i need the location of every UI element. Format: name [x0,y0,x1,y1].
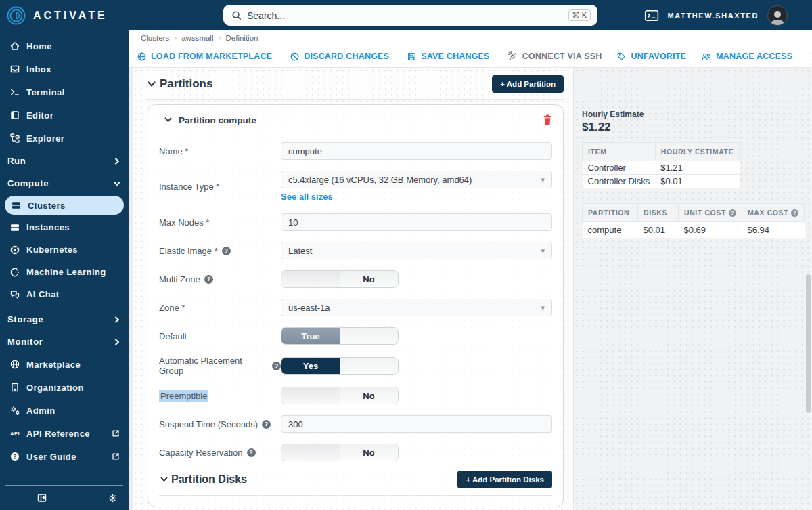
toggle-state: True [281,328,340,344]
add-partition-disks-button[interactable]: + Add Partition Disks [457,471,552,488]
chevron-down-icon[interactable] [160,477,168,482]
max-nodes-input[interactable] [281,213,552,231]
globe-icon [9,359,20,370]
sidebar-group-monitor[interactable]: Monitor [0,331,129,353]
explorer-tree-icon [9,133,20,144]
search-input[interactable] [247,10,568,21]
global-search[interactable]: ⌘ K [223,5,597,26]
field-row-preemptible: Preemptible No [159,387,552,404]
add-partition-button[interactable]: + Add Partition [492,75,564,93]
more-actions-kebab-icon[interactable] [807,50,812,62]
toggle-state: Yes [281,358,340,374]
activate-logo-icon [6,5,26,26]
multi-zone-toggle[interactable]: No [281,270,399,288]
terminal-shortcut-icon[interactable] [644,9,659,22]
user-name[interactable]: MATTHEW.SHAXTED [668,12,759,20]
sidebar-item-user-guide[interactable]: ? User Guide [0,445,129,468]
field-label: Elastic Image * [159,246,281,256]
column-header: MAX COST [742,204,804,222]
sidebar-item-api-reference[interactable]: API API Reference [0,422,129,445]
toggle-state: No [340,271,398,287]
help-icon[interactable] [791,209,798,217]
help-icon[interactable] [272,362,281,370]
chevron-down-icon [114,180,120,187]
breadcrumb: Clusters › awssmall › Definition [129,30,812,45]
save-changes-button[interactable]: SAVE CHANGES [407,51,490,62]
instances-icon [9,222,20,233]
search-shortcut-badge: ⌘ K [568,9,591,21]
chevron-down-icon[interactable] [164,117,172,123]
partition-cost-table: PARTITION DISKS UNIT COST MAX COST compu… [582,203,805,238]
collapse-sidebar-icon[interactable] [37,492,47,503]
building-icon [9,382,20,393]
sidebar-item-home[interactable]: Home [0,35,129,58]
see-all-sizes-link[interactable]: See all sizes [281,192,333,202]
sidebar-group-storage[interactable]: Storage [0,308,129,331]
hourly-estimate-label: Hourly Estimate [582,110,812,119]
settings-gear-icon[interactable] [108,493,118,503]
default-toggle[interactable]: True [281,327,399,345]
help-icon[interactable] [729,209,736,217]
name-input[interactable] [281,142,552,160]
sidebar-item-organization[interactable]: Organization [0,376,129,399]
sidebar-group-run[interactable]: Run [0,150,129,172]
sidebar-item-kubernetes[interactable]: Kubernetes [0,238,129,261]
breadcrumb-awssmall[interactable]: awssmall [181,34,213,42]
help-icon[interactable] [247,448,256,457]
user-avatar[interactable] [767,5,788,26]
sidebar-item-ai-chat[interactable]: AI Chat [0,283,129,305]
capacity-reservation-toggle[interactable]: No [281,444,399,461]
field-row-automatic-placement-group: Automatic Placement Group Yes [159,356,552,376]
people-icon [701,51,712,62]
field-label: Max Nodes * [159,217,281,228]
sidebar-footer [5,485,123,510]
globe-icon [137,51,147,62]
column-header: UNIT COST [679,204,742,222]
api-icon: API [9,428,20,439]
toggle-state: No [340,444,398,461]
load-from-marketplace-button[interactable]: LOAD FROM MARKETPLACE [137,51,272,62]
field-row-max-nodes: Max Nodes * [159,213,552,231]
zone-select[interactable]: us-east-1a [281,299,552,316]
chevron-down-icon [541,175,545,184]
table-row: Controller $1.21 [583,161,740,175]
connect-via-ssh-button[interactable]: CONNECT VIA SSH [508,51,602,62]
instance-type-select[interactable]: c5.4xlarge (16 vCPUs, 32 GB Memory, amd6… [281,171,552,188]
discard-changes-button[interactable]: DISCARD CHANGES [290,51,389,62]
suspend-time-input[interactable] [281,415,552,433]
sidebar-item-editor[interactable]: Editor [0,104,129,127]
help-icon[interactable] [262,420,271,429]
field-row-multi-zone: Multi Zone No [159,270,552,288]
partition-disks-title: Partition Disks [160,473,247,486]
field-row-suspend-time: Suspend Time (Seconds) [159,415,552,433]
search-icon [231,10,242,20]
elastic-image-select[interactable]: Latest [281,242,552,259]
delete-partition-trash-icon[interactable] [543,114,552,125]
help-icon[interactable] [222,247,231,255]
field-row-instance-type: Instance Type * c5.4xlarge (16 vCPUs, 32… [159,171,552,203]
chevron-down-icon[interactable] [148,81,156,87]
sidebar-group-compute[interactable]: Compute [0,172,129,194]
hourly-estimate-value: $1.22 [582,121,812,134]
unfavorite-button[interactable]: UNFAVORITE [616,51,686,62]
manage-access-button[interactable]: MANAGE ACCESS [701,51,792,62]
preemptible-toggle[interactable]: No [281,387,399,404]
sidebar-item-clusters[interactable]: Clusters [5,196,124,215]
sidebar: Home Inbox Terminal Editor Explorer Run … [0,30,129,510]
help-icon[interactable] [204,275,213,284]
sidebar-item-terminal[interactable]: Terminal [0,81,129,104]
breadcrumb-definition[interactable]: Definition [225,34,258,42]
breadcrumb-separator-icon: › [218,33,221,43]
estimate-items-table: ITEM HOURLY ESTIMATE Controller $1.21 Co… [582,142,740,188]
sidebar-item-instances[interactable]: Instances [0,216,129,238]
chevron-right-icon [114,158,120,165]
sidebar-item-marketplace[interactable]: Marketplace [0,353,129,376]
column-header: DISKS [638,204,679,222]
vertical-scrollbar[interactable] [806,274,811,413]
sidebar-item-machine-learning[interactable]: Machine Learning [0,261,129,283]
automatic-placement-group-toggle[interactable]: Yes [281,357,399,375]
sidebar-item-inbox[interactable]: Inbox [0,58,129,81]
sidebar-item-explorer[interactable]: Explorer [0,127,129,150]
breadcrumb-clusters[interactable]: Clusters [141,34,169,42]
sidebar-item-admin[interactable]: Admin [0,399,129,422]
